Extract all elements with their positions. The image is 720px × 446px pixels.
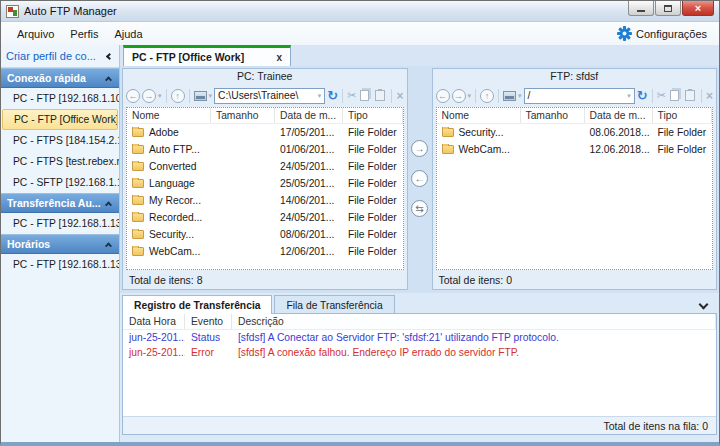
main-area: PC - FTP [Office Work] x PC: Trainee ← →… xyxy=(120,45,719,442)
tab-close-icon[interactable]: x xyxy=(276,52,282,63)
file-row[interactable]: Security... 08.06.2018... File Folder xyxy=(437,124,713,141)
drives-icon[interactable] xyxy=(194,91,207,101)
sidebar-item-ftps-184[interactable]: PC - FTPS [184.154.2.18] xyxy=(1,130,119,151)
sync-button[interactable]: ⇆ xyxy=(411,200,428,217)
column-header-name[interactable]: Nome xyxy=(437,108,521,123)
create-profile-link[interactable]: Criar perfil de co... xyxy=(1,45,119,68)
tab-transfer-queue[interactable]: Fila de Transferência xyxy=(274,295,394,314)
file-name: Recorded... xyxy=(149,212,202,223)
forward-button[interactable]: → xyxy=(142,89,156,103)
file-date: 14/06/201... xyxy=(275,195,343,206)
sidebar-item-horarios-131[interactable]: PC - FTP [192.168.1.131] xyxy=(1,254,119,275)
sidebar-section-horarios[interactable]: Horários xyxy=(1,234,119,254)
column-header-type[interactable]: Tipo xyxy=(343,108,403,123)
column-header-size[interactable]: Tamanho xyxy=(211,108,275,123)
transfer-left-button[interactable]: ← xyxy=(411,170,428,187)
column-header-date[interactable]: Data de m... xyxy=(585,108,653,123)
sidebar-item-ftp-103[interactable]: PC - FTP [192.168.1.103] xyxy=(1,88,119,109)
separator xyxy=(475,89,476,103)
section-title: Horários xyxy=(7,238,50,250)
remote-toolbar: ← → ▾ ↑ ▾ / ▾ ↻ ✂ xyxy=(433,84,717,107)
file-row[interactable]: Language 25/05/201... File Folder xyxy=(127,175,403,192)
collapse-panel-button[interactable] xyxy=(700,298,707,314)
menu-ajuda[interactable]: Ajuda xyxy=(106,26,150,42)
drives-icon[interactable] xyxy=(503,91,516,101)
settings-button[interactable]: Configurações xyxy=(617,26,711,41)
file-row[interactable]: Recorded... 24/05/201... File Folder xyxy=(127,209,403,226)
sidebar-item-sftp[interactable]: PC - SFTP [192.168.1.1... xyxy=(1,172,119,193)
column-header-event[interactable]: Evento xyxy=(185,314,232,329)
minimize-button[interactable] xyxy=(628,1,654,16)
transfer-log: Data Hora Evento Descrição jun-25-201...… xyxy=(122,313,717,435)
folder-icon xyxy=(132,179,144,188)
back-button[interactable]: ← xyxy=(126,89,140,103)
file-name: Security... xyxy=(149,229,194,240)
sidebar-item-ftps-rebex[interactable]: PC - FTPS [test.rebex.n... xyxy=(1,151,119,172)
separator xyxy=(342,89,343,103)
local-file-list: Nome Tamanho Data de m... Tipo Adobe 17/… xyxy=(126,107,404,270)
paste-button[interactable] xyxy=(375,90,385,101)
file-row[interactable]: Security... 08/06/201... File Folder xyxy=(127,226,403,243)
tab-transfer-log[interactable]: Registro de Transferência xyxy=(122,295,272,314)
copy-button[interactable] xyxy=(360,90,369,101)
delete-button[interactable]: × xyxy=(706,90,713,102)
forward-dropdown-icon[interactable]: ▾ xyxy=(468,92,472,100)
up-button[interactable]: ↑ xyxy=(171,89,185,103)
file-row[interactable]: WebCam... 12.06.2018... File Folder xyxy=(437,141,713,158)
log-datetime: jun-25-201... xyxy=(123,332,185,343)
sidebar-section-conexao-rapida[interactable]: Conexão rápida xyxy=(1,68,119,88)
remote-path-select[interactable]: / ▾ xyxy=(524,88,635,104)
maximize-button[interactable] xyxy=(655,1,681,16)
file-row[interactable]: My Recor... 14/06/201... File Folder xyxy=(127,192,403,209)
sidebar: Criar perfil de co... Conexão rápida PC … xyxy=(1,45,120,442)
up-button[interactable]: ↑ xyxy=(480,89,494,103)
forward-button[interactable]: → xyxy=(452,89,466,103)
copy-button[interactable] xyxy=(670,90,679,101)
menu-arquivo[interactable]: Arquivo xyxy=(9,26,62,42)
transfer-right-button[interactable]: → xyxy=(411,140,428,157)
column-header-type[interactable]: Tipo xyxy=(653,108,713,123)
forward-dropdown-icon[interactable]: ▾ xyxy=(158,92,162,100)
file-date: 24/05/201... xyxy=(275,161,343,172)
file-row[interactable]: Auto FTP... 01/06/201... File Folder xyxy=(127,141,403,158)
separator xyxy=(701,89,702,103)
sidebar-item-auto-131[interactable]: PC - FTP [192.168.1.131] xyxy=(1,213,119,234)
delete-button[interactable]: × xyxy=(396,90,403,102)
gear-icon xyxy=(617,26,632,41)
paste-button[interactable] xyxy=(685,90,695,101)
refresh-button[interactable]: ↻ xyxy=(637,89,648,103)
column-header-description[interactable]: Descrição xyxy=(232,314,716,329)
column-header-size[interactable]: Tamanho xyxy=(521,108,585,123)
remote-status-bar: Total de itens: 0 xyxy=(433,270,717,289)
file-name: Auto FTP... xyxy=(149,144,200,155)
local-path-select[interactable]: C:\Users\Trainee\ ▾ xyxy=(214,88,325,104)
file-type: File Folder xyxy=(343,178,403,189)
drives-dropdown-icon[interactable]: ▾ xyxy=(209,92,213,100)
drives-dropdown-icon[interactable]: ▾ xyxy=(518,92,522,100)
sidebar-item-ftp-office-work[interactable]: PC - FTP [Office Work] xyxy=(2,109,118,130)
refresh-button[interactable]: ↻ xyxy=(327,89,338,103)
sidebar-section-transferencia[interactable]: Transferência Au... xyxy=(1,193,119,213)
file-date: 12.06.2018... xyxy=(585,144,653,155)
log-description: [sfdsf] A Conectar ao Servidor FTP: 'sfd… xyxy=(232,332,716,343)
column-header-name[interactable]: Nome xyxy=(127,108,211,123)
collapse-sidebar-icon[interactable] xyxy=(106,52,113,59)
cut-button[interactable]: ✂ xyxy=(657,89,666,102)
file-row[interactable]: Adobe 17/05/201... File Folder xyxy=(127,124,403,141)
app-window: Auto FTP Manager × Arquivo Perfis Ajuda … xyxy=(0,0,720,446)
column-header-datetime[interactable]: Data Hora xyxy=(123,314,185,329)
bottom-tab-bar: Registro de Transferência Fila de Transf… xyxy=(122,295,717,314)
file-row[interactable]: Converted 24/05/201... File Folder xyxy=(127,158,403,175)
file-row[interactable]: WebCam... 12/06/201... File Folder xyxy=(127,243,403,260)
local-status-bar: Total de itens: 8 xyxy=(123,270,407,289)
chevron-up-icon xyxy=(105,242,112,249)
file-type: File Folder xyxy=(343,212,403,223)
back-button[interactable]: ← xyxy=(436,89,450,103)
tab-pc-ftp-office-work[interactable]: PC - FTP [Office Work] x xyxy=(123,45,291,66)
close-button[interactable]: × xyxy=(682,1,714,16)
cut-button[interactable]: ✂ xyxy=(347,89,356,102)
menu-perfis[interactable]: Perfis xyxy=(62,26,106,42)
remote-panel-title: FTP: sfdsf xyxy=(433,69,717,84)
column-header-date[interactable]: Data de m... xyxy=(275,108,343,123)
file-name: WebCam... xyxy=(149,246,200,257)
